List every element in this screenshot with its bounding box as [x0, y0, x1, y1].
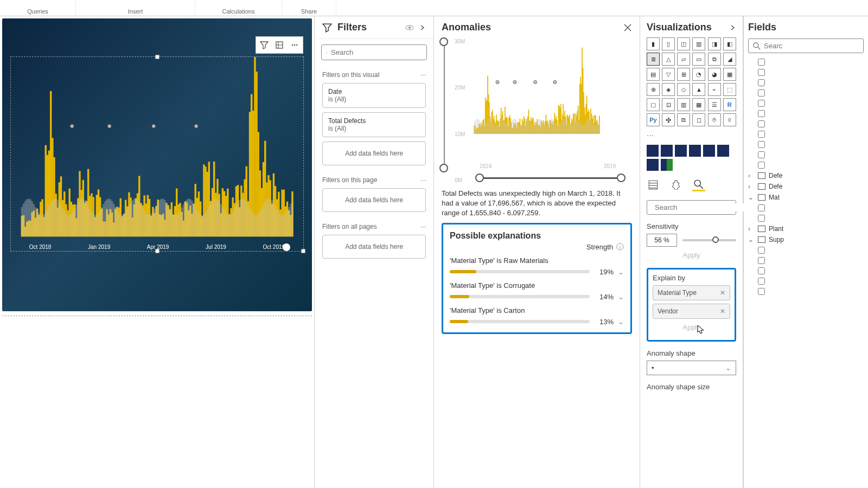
viz-type-icon[interactable]: ◫: [677, 37, 690, 50]
filter-drop-all[interactable]: Add data fields here: [322, 235, 426, 259]
custom-visual[interactable]: [647, 145, 659, 157]
field-item[interactable]: [748, 247, 864, 254]
visual-filter-icon[interactable]: [257, 38, 271, 52]
viz-type-icon[interactable]: Py: [647, 113, 660, 126]
viz-type-icon[interactable]: △: [662, 53, 675, 66]
field-item[interactable]: [748, 59, 864, 66]
viz-type-icon[interactable]: ▤: [647, 68, 660, 81]
explanation-item[interactable]: 'Material Type' is Raw Materials 19% ⌄: [450, 256, 624, 276]
viz-type-icon[interactable]: ▦: [692, 98, 705, 111]
viz-type-icon[interactable]: ▥: [677, 98, 690, 111]
field-item[interactable]: [748, 110, 864, 117]
field-item[interactable]: [748, 162, 864, 169]
custom-visual[interactable]: [661, 159, 673, 171]
viz-type-icon[interactable]: ▭: [692, 53, 705, 66]
viz-type-icon[interactable]: ◔: [692, 68, 705, 81]
chevron-down-icon[interactable]: ⌄: [618, 268, 624, 276]
explain-field-vendor[interactable]: Vendor ✕: [653, 304, 730, 319]
resize-handle[interactable]: [301, 249, 305, 253]
viz-type-icon[interactable]: ⧾: [662, 113, 675, 126]
field-checkbox[interactable]: [758, 278, 765, 285]
viz-type-icon[interactable]: ◊: [723, 113, 736, 126]
viz-type-icon[interactable]: ◕: [708, 68, 721, 81]
viz-type-icon[interactable]: ◇: [677, 83, 690, 96]
resize-handle[interactable]: [155, 249, 159, 253]
explanation-item[interactable]: 'Material Type' is Carton 13% ⌄: [450, 306, 624, 326]
field-checkbox[interactable]: [758, 215, 765, 222]
report-canvas[interactable]: Oct 2018 Jan 2019 Apr 2019 Jul 2019 Oct …: [0, 16, 315, 488]
chevron-down-icon[interactable]: ⌄: [618, 318, 624, 326]
tab-fields[interactable]: [647, 178, 660, 191]
field-checkbox[interactable]: [758, 162, 765, 169]
field-item[interactable]: [748, 141, 864, 148]
field-checkbox[interactable]: [758, 100, 765, 107]
field-item[interactable]: [748, 100, 864, 107]
viz-type-icon[interactable]: ⊡: [662, 98, 675, 111]
sensitivity-slider[interactable]: [682, 239, 736, 241]
resize-handle[interactable]: [155, 55, 159, 59]
scroll-thumb[interactable]: [283, 243, 290, 251]
eye-icon[interactable]: [405, 23, 414, 32]
field-item[interactable]: [748, 151, 864, 158]
custom-visual[interactable]: [675, 145, 687, 157]
field-checkbox[interactable]: [758, 141, 765, 148]
viz-type-icon[interactable]: ⬚: [723, 83, 736, 96]
viz-type-icon[interactable]: ≣: [647, 53, 660, 66]
filter-card-date[interactable]: Date is (All): [322, 83, 426, 108]
remove-field-icon[interactable]: ✕: [720, 289, 725, 297]
viz-type-icon[interactable]: ☰: [708, 98, 721, 111]
viz-type-icon[interactable]: ▱: [677, 53, 690, 66]
viz-search-input[interactable]: [655, 203, 746, 211]
field-item[interactable]: [748, 120, 864, 127]
custom-visual[interactable]: [703, 145, 715, 157]
field-checkbox[interactable]: [758, 247, 765, 254]
focus-mode-icon[interactable]: [272, 38, 286, 52]
chevron-right-icon[interactable]: ›: [748, 225, 755, 233]
viz-type-icon[interactable]: ▥: [692, 37, 705, 50]
field-checkbox[interactable]: [758, 204, 765, 211]
info-icon[interactable]: i: [616, 243, 624, 251]
explanation-item[interactable]: 'Material Type' is Corrugate 14% ⌄: [450, 281, 624, 301]
field-checkbox[interactable]: [758, 267, 765, 274]
filter-drop-page[interactable]: Add data fields here: [322, 188, 426, 212]
custom-visual[interactable]: [647, 159, 659, 171]
viz-type-icon[interactable]: ⌁: [708, 83, 721, 96]
field-item[interactable]: [748, 257, 864, 264]
chevron-right-icon[interactable]: ›: [748, 183, 755, 190]
horizontal-range-slider[interactable]: [480, 172, 621, 183]
viz-type-icon[interactable]: ◻: [692, 113, 705, 126]
viz-type-icon[interactable]: ◧: [723, 37, 736, 50]
table-item[interactable]: ›Defe: [748, 183, 864, 190]
filters-search-input[interactable]: [331, 48, 422, 56]
viz-type-icon[interactable]: ⧉: [708, 53, 721, 66]
more-icon[interactable]: ···: [420, 71, 426, 79]
filter-drop-visual[interactable]: Add data fields here: [322, 142, 426, 165]
field-checkbox[interactable]: [758, 89, 765, 97]
viz-type-icon[interactable]: ▮: [647, 37, 660, 50]
field-item[interactable]: [748, 79, 864, 86]
viz-type-icon[interactable]: ▽: [662, 68, 675, 81]
field-checkbox[interactable]: [758, 257, 765, 264]
explain-field-material-type[interactable]: Material Type ✕: [653, 285, 730, 300]
viz-type-icon[interactable]: ⧉: [677, 113, 690, 126]
remove-field-icon[interactable]: ✕: [720, 307, 725, 315]
viz-type-icon[interactable]: R: [723, 98, 736, 111]
field-item[interactable]: [748, 89, 864, 97]
close-icon[interactable]: [623, 23, 632, 32]
filter-card-total-defects[interactable]: Total Defects is (All): [322, 112, 426, 137]
vertical-range-slider[interactable]: [444, 42, 445, 168]
field-checkbox[interactable]: [758, 79, 765, 86]
viz-type-icon[interactable]: ◈: [662, 83, 675, 96]
custom-visual[interactable]: [689, 145, 701, 157]
field-item[interactable]: [748, 288, 864, 295]
field-item[interactable]: [748, 215, 864, 222]
more-icon[interactable]: ···: [420, 176, 426, 184]
chevron-down-icon[interactable]: ⌄: [748, 236, 755, 243]
filters-search[interactable]: [321, 44, 427, 60]
field-item[interactable]: [748, 267, 864, 274]
tab-analytics[interactable]: [692, 178, 705, 191]
viz-type-icon[interactable]: ▯: [662, 37, 675, 50]
viz-type-icon[interactable]: ◨: [708, 37, 721, 50]
more-icon[interactable]: ···: [420, 223, 426, 230]
more-options-icon[interactable]: [288, 38, 302, 52]
